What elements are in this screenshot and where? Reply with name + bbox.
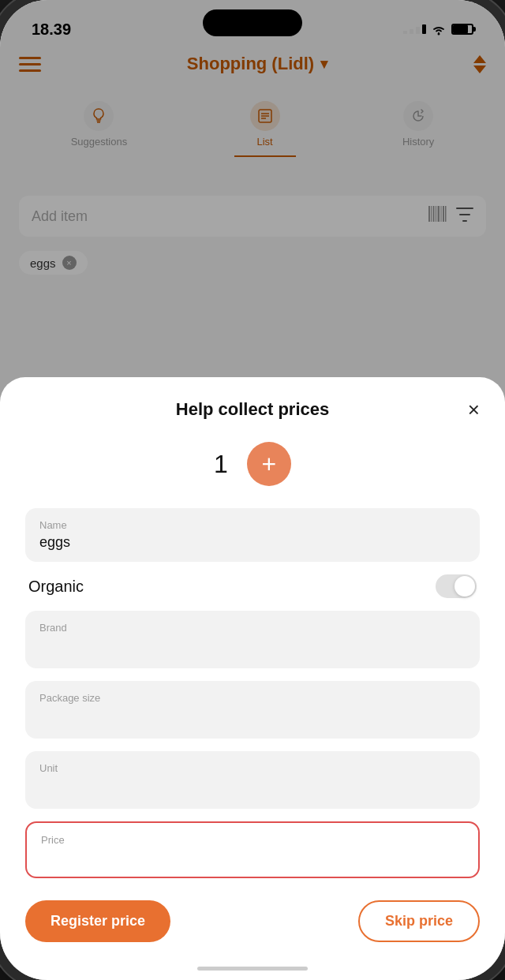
home-indicator bbox=[197, 967, 308, 971]
package-size-field[interactable]: Package size bbox=[25, 681, 480, 739]
close-button[interactable]: × bbox=[468, 399, 480, 420]
organic-row: Organic bbox=[25, 574, 480, 598]
package-size-label: Package size bbox=[39, 692, 466, 704]
phone-frame: 18.39 bbox=[0, 0, 505, 980]
counter-row: 1 + bbox=[25, 442, 480, 486]
status-bar: 18.39 bbox=[0, 0, 505, 44]
unit-label: Unit bbox=[39, 762, 466, 774]
modal-header: Help collect prices × bbox=[25, 399, 480, 420]
status-icons bbox=[403, 24, 473, 36]
skip-price-button[interactable]: Skip price bbox=[358, 900, 480, 942]
name-field[interactable]: Name eggs bbox=[25, 508, 480, 562]
action-buttons: Register price Skip price bbox=[25, 900, 480, 942]
price-field[interactable]: Price bbox=[25, 821, 480, 878]
wifi-icon bbox=[431, 24, 447, 36]
unit-field[interactable]: Unit bbox=[25, 751, 480, 809]
add-button[interactable]: + bbox=[247, 442, 291, 486]
package-size-value bbox=[39, 707, 466, 728]
counter-value: 1 bbox=[214, 450, 228, 479]
organic-label: Organic bbox=[28, 578, 84, 596]
brand-label: Brand bbox=[39, 622, 466, 634]
brand-value bbox=[39, 637, 466, 657]
price-value bbox=[41, 849, 464, 866]
unit-value bbox=[39, 777, 466, 798]
toggle-knob bbox=[454, 576, 475, 597]
modal-title: Help collect prices bbox=[176, 399, 329, 420]
organic-toggle[interactable] bbox=[436, 574, 477, 598]
brand-field[interactable]: Brand bbox=[25, 611, 480, 668]
name-label: Name bbox=[39, 519, 466, 531]
name-value: eggs bbox=[39, 534, 466, 551]
svg-point-0 bbox=[438, 32, 440, 35]
signal-icon bbox=[403, 24, 426, 34]
price-label: Price bbox=[41, 834, 464, 846]
status-time: 18.39 bbox=[32, 21, 71, 39]
register-price-button[interactable]: Register price bbox=[25, 900, 170, 942]
battery-icon bbox=[451, 24, 473, 35]
dynamic-island bbox=[203, 9, 302, 36]
help-collect-prices-modal: Help collect prices × 1 + Name eggs Orga… bbox=[0, 377, 505, 980]
